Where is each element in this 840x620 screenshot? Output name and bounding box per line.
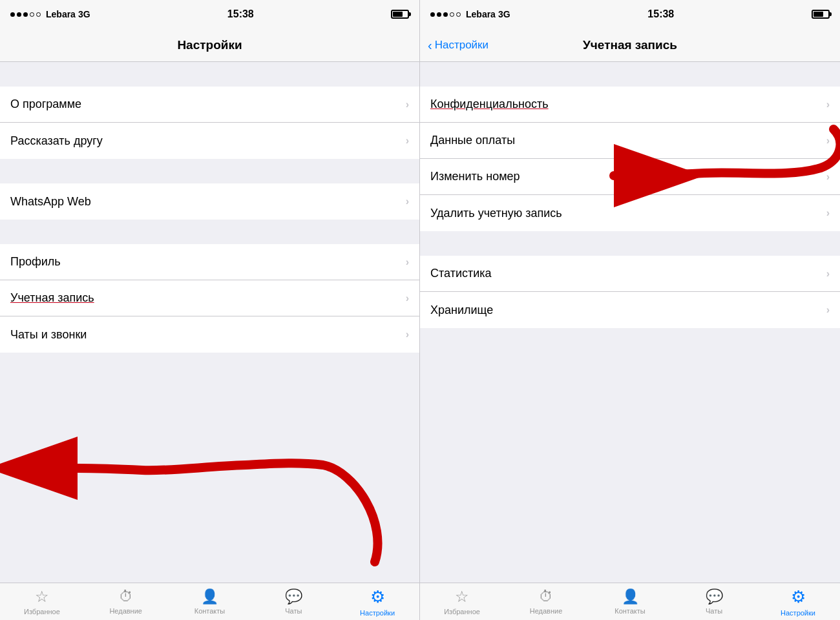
- item-whatsapp-web-label: WhatsApp Web: [10, 195, 91, 209]
- settings-section-2: WhatsApp Web ›: [0, 183, 419, 220]
- nav-back-right[interactable]: ‹ Настройки: [428, 39, 488, 52]
- time-right: 15:38: [647, 8, 674, 20]
- status-left: Lebara 3G: [10, 9, 90, 19]
- item-storage-label: Хранилище: [430, 304, 493, 317]
- item-stats-label: Статистика: [430, 267, 492, 280]
- tab-settings-label-right: Настройки: [781, 609, 815, 617]
- item-chats[interactable]: Чаты и звонки ›: [0, 316, 419, 353]
- rdot4: [450, 12, 454, 17]
- tab-favorites-left[interactable]: ☆ Избранное: [0, 588, 84, 615]
- item-stats[interactable]: Статистика ›: [420, 256, 840, 292]
- contact-icon-left: 👤: [201, 588, 218, 605]
- tab-recent-left[interactable]: ⏱ Недавние: [84, 588, 168, 615]
- chevron-tell-friend: ›: [406, 135, 409, 147]
- tab-chats-right[interactable]: 💬 Чаты: [672, 588, 756, 615]
- network-left: 3G: [78, 9, 90, 19]
- signal-dots: [10, 12, 41, 17]
- item-profile-label: Профиль: [10, 255, 61, 269]
- tab-contacts-label-right: Контакты: [614, 607, 646, 615]
- tab-recent-right[interactable]: ⏱ Недавние: [504, 588, 588, 615]
- item-delete-account[interactable]: Удалить учетную запись ›: [420, 195, 840, 231]
- dot3: [23, 12, 28, 17]
- tab-recent-label-right: Недавние: [530, 607, 563, 615]
- item-tell-friend-label: Рассказать другу: [10, 134, 103, 148]
- section-gap-r1: [420, 62, 840, 87]
- section-gap-3: [0, 220, 419, 244]
- clock-icon-right: ⏱: [539, 588, 553, 605]
- item-account[interactable]: Учетная запись ›: [0, 280, 419, 316]
- tab-contacts-left[interactable]: 👤 Контакты: [168, 588, 252, 615]
- tab-chats-left[interactable]: 💬 Чаты: [251, 588, 335, 615]
- chevron-profile: ›: [406, 256, 409, 268]
- battery-right: [812, 10, 830, 19]
- status-right-right: [812, 10, 830, 19]
- item-change-number-label: Изменить номер: [430, 170, 520, 183]
- chat-icon-left: 💬: [285, 588, 302, 605]
- tab-contacts-right[interactable]: 👤 Контакты: [588, 588, 672, 615]
- carrier-left: Lebara: [46, 9, 76, 19]
- tab-bar-right: ☆ Избранное ⏱ Недавние 👤 Контакты 💬 Чаты…: [420, 583, 840, 620]
- item-profile[interactable]: Профиль ›: [0, 244, 419, 280]
- section-gap-r2: [420, 231, 840, 256]
- carrier-right: Lebara: [466, 9, 496, 19]
- nav-bar-right: ‹ Настройки Учетная запись: [420, 28, 840, 62]
- star-icon-left: ☆: [35, 588, 49, 606]
- item-account-label: Учетная запись: [10, 291, 94, 305]
- item-payment-label: Данные оплаты: [430, 134, 515, 147]
- dot5: [36, 12, 41, 17]
- tab-settings-right[interactable]: ⚙ Настройки: [756, 587, 840, 617]
- tab-favorites-right[interactable]: ☆ Избранное: [420, 588, 504, 615]
- gear-icon-left: ⚙: [370, 587, 385, 607]
- tab-chats-label-left: Чаты: [285, 607, 302, 615]
- left-panel: Lebara 3G 15:38 Настройки О программе › …: [0, 0, 420, 620]
- settings-section-r2: Статистика › Хранилище ›: [420, 256, 840, 328]
- tab-settings-label-left: Настройки: [360, 609, 395, 617]
- chevron-delete-account: ›: [826, 207, 830, 219]
- chevron-storage: ›: [826, 304, 830, 316]
- back-chevron-right: ‹: [428, 39, 432, 52]
- tab-bar-left: ☆ Избранное ⏱ Недавние 👤 Контакты 💬 Чаты…: [0, 583, 419, 620]
- item-delete-account-label: Удалить учетную запись: [430, 207, 562, 220]
- status-bar-right: Lebara 3G 15:38: [420, 0, 840, 28]
- rdot1: [430, 12, 435, 17]
- battery-left: [391, 10, 409, 19]
- tab-settings-left[interactable]: ⚙ Настройки: [335, 587, 419, 617]
- chevron-about: ›: [406, 99, 409, 110]
- contact-icon-right: 👤: [622, 588, 639, 605]
- chevron-account: ›: [406, 293, 409, 304]
- item-payment[interactable]: Данные оплаты ›: [420, 123, 840, 159]
- item-change-number[interactable]: Изменить номер ›: [420, 159, 840, 195]
- nav-title-left: Настройки: [177, 38, 242, 52]
- gear-icon-right: ⚙: [791, 587, 806, 607]
- right-panel: Lebara 3G 15:38 ‹ Настройки Учетная запи…: [420, 0, 840, 620]
- item-storage[interactable]: Хранилище ›: [420, 292, 840, 328]
- item-about-label: О программе: [10, 98, 81, 111]
- rdot2: [437, 12, 441, 17]
- settings-section-3: Профиль › Учетная запись › Чаты и звонки…: [0, 244, 419, 353]
- dot4: [30, 12, 34, 17]
- settings-section-r1: Конфиденциальность › Данные оплаты › Изм…: [420, 87, 840, 231]
- item-about[interactable]: О программе ›: [0, 87, 419, 123]
- rdot5: [456, 12, 461, 17]
- battery-fill-right: [814, 12, 823, 17]
- time-left: 15:38: [227, 8, 254, 20]
- status-right-left: [391, 10, 409, 19]
- chevron-stats: ›: [826, 268, 830, 280]
- tab-recent-label-left: Недавние: [109, 607, 142, 615]
- item-chats-label: Чаты и звонки: [10, 328, 87, 342]
- chevron-change-number: ›: [826, 171, 830, 183]
- item-tell-friend[interactable]: Рассказать другу ›: [0, 123, 419, 159]
- signal-dots-right: [430, 12, 461, 17]
- rdot3: [443, 12, 448, 17]
- chevron-privacy: ›: [826, 99, 830, 110]
- item-whatsapp-web[interactable]: WhatsApp Web ›: [0, 183, 419, 220]
- dot2: [17, 12, 21, 17]
- chat-icon-right: 💬: [706, 588, 723, 605]
- chevron-chats: ›: [406, 329, 409, 340]
- dot1: [10, 12, 15, 17]
- status-left-right: Lebara 3G: [430, 9, 510, 19]
- item-privacy-label: Конфиденциальность: [430, 98, 549, 111]
- tab-chats-label-right: Чаты: [706, 607, 722, 615]
- item-privacy[interactable]: Конфиденциальность ›: [420, 87, 840, 123]
- tab-favorites-label-right: Избранное: [444, 608, 480, 615]
